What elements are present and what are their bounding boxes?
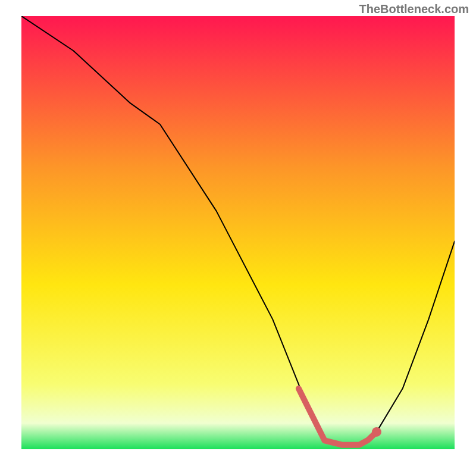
watermark-text: TheBottleneck.com (359, 2, 469, 16)
optimal-zone-endpoint (372, 427, 381, 437)
bottleneck-chart (21, 16, 455, 449)
gradient-background (21, 16, 455, 449)
chart-plot-area (21, 16, 455, 449)
